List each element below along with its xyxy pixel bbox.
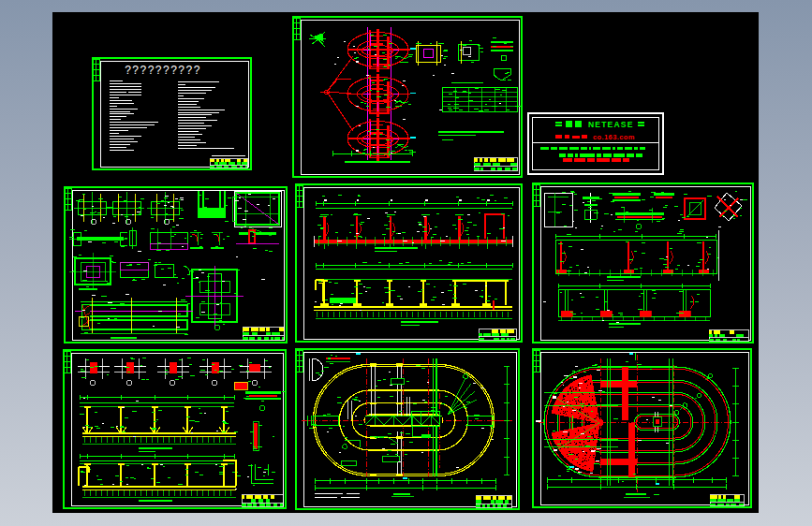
svg-text:co.163.com: co.163.com [593,133,635,141]
svg-text:??????????: ?????????? [125,64,201,77]
svg-text:NETEASE: NETEASE [588,120,634,129]
